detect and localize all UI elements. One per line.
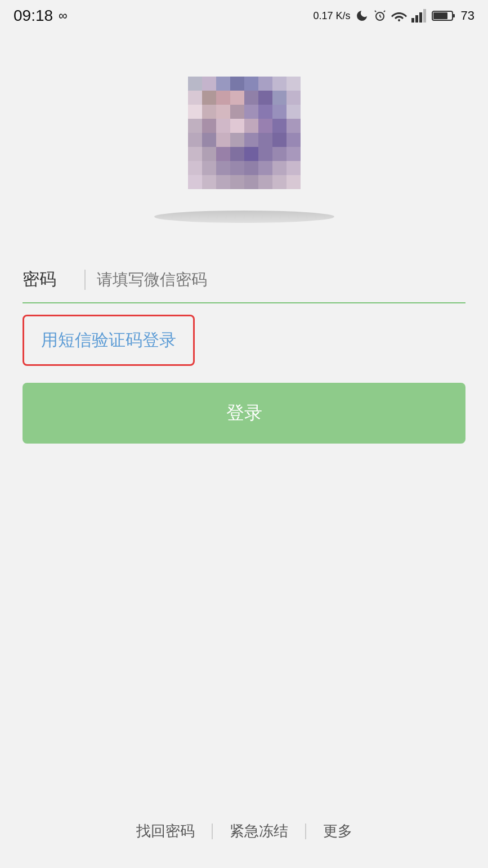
svg-rect-3: [411, 18, 414, 23]
more-link[interactable]: 更多: [306, 821, 369, 841]
svg-rect-47: [258, 133, 272, 147]
recover-password-link[interactable]: 找回密码: [119, 821, 212, 841]
signal-icon: [411, 9, 427, 23]
svg-rect-70: [244, 175, 258, 189]
svg-rect-34: [188, 119, 202, 133]
svg-rect-58: [188, 161, 202, 175]
svg-rect-21: [230, 91, 244, 105]
svg-rect-35: [202, 119, 216, 133]
moon-icon: [355, 9, 369, 23]
svg-rect-24: [272, 91, 286, 105]
svg-rect-42: [188, 133, 202, 147]
svg-rect-18: [188, 91, 202, 105]
avatar-container: [177, 77, 312, 223]
svg-rect-57: [286, 147, 301, 161]
svg-rect-71: [258, 175, 272, 189]
battery-icon: [432, 9, 456, 23]
wifi-icon: [391, 9, 407, 23]
svg-rect-4: [415, 15, 418, 23]
svg-rect-55: [258, 147, 272, 161]
svg-rect-60: [216, 161, 230, 175]
svg-rect-65: [286, 161, 301, 175]
svg-rect-10: [188, 77, 202, 91]
svg-rect-59: [202, 161, 216, 175]
svg-rect-22: [244, 91, 258, 105]
svg-rect-6: [423, 9, 426, 23]
password-label: 密码: [23, 268, 73, 291]
svg-rect-69: [230, 175, 244, 189]
status-right: 0.17 K/s 73: [313, 8, 474, 23]
svg-rect-52: [216, 147, 230, 161]
svg-rect-36: [216, 119, 230, 133]
status-time: 09:18: [14, 7, 53, 25]
svg-rect-64: [272, 161, 286, 175]
svg-rect-11: [202, 77, 216, 91]
svg-rect-38: [244, 119, 258, 133]
network-speed: 0.17 K/s: [313, 10, 350, 22]
svg-rect-53: [230, 147, 244, 161]
svg-rect-48: [272, 133, 286, 147]
svg-rect-51: [202, 147, 216, 161]
svg-rect-72: [272, 175, 286, 189]
svg-rect-29: [230, 105, 244, 119]
svg-rect-9: [433, 12, 447, 19]
status-bar: 09:18 ∞ 0.17 K/s 73: [0, 0, 488, 32]
footer: 找回密码 紧急冻结 更多: [0, 803, 488, 868]
svg-rect-15: [258, 77, 272, 91]
svg-rect-12: [216, 77, 230, 91]
emergency-freeze-link[interactable]: 紧急冻结: [213, 821, 305, 841]
svg-rect-20: [216, 91, 230, 105]
svg-rect-28: [216, 105, 230, 119]
svg-rect-33: [286, 105, 301, 119]
password-divider: [84, 270, 86, 290]
svg-rect-31: [258, 105, 272, 119]
svg-line-2: [380, 16, 381, 17]
svg-rect-32: [272, 105, 286, 119]
svg-rect-73: [286, 175, 301, 189]
avatar-image: [182, 77, 306, 189]
spacer: [0, 444, 488, 803]
password-input[interactable]: [97, 271, 465, 289]
svg-rect-39: [258, 119, 272, 133]
status-left: 09:18 ∞: [14, 7, 68, 25]
svg-rect-23: [258, 91, 272, 105]
svg-rect-41: [286, 119, 301, 133]
svg-rect-66: [188, 175, 202, 189]
svg-rect-40: [272, 119, 286, 133]
svg-rect-13: [230, 77, 244, 91]
svg-rect-67: [202, 175, 216, 189]
svg-rect-25: [286, 91, 301, 105]
svg-rect-62: [244, 161, 258, 175]
svg-rect-30: [244, 105, 258, 119]
svg-rect-45: [230, 133, 244, 147]
sms-login-wrapper: 用短信验证码登录: [23, 315, 465, 366]
svg-rect-46: [244, 133, 258, 147]
svg-rect-8: [453, 14, 455, 17]
svg-rect-14: [244, 77, 258, 91]
svg-rect-27: [202, 105, 216, 119]
login-button[interactable]: 登录: [23, 383, 465, 444]
svg-rect-63: [258, 161, 272, 175]
svg-rect-16: [272, 77, 286, 91]
svg-rect-5: [419, 12, 422, 23]
password-row: 密码: [23, 257, 465, 303]
svg-rect-50: [188, 147, 202, 161]
svg-rect-56: [272, 147, 286, 161]
status-infinity: ∞: [59, 8, 68, 23]
battery-level: 73: [461, 8, 474, 23]
svg-rect-68: [216, 175, 230, 189]
svg-rect-17: [286, 77, 301, 91]
svg-rect-54: [244, 147, 258, 161]
form-area: 密码 用短信验证码登录 登录: [0, 257, 488, 444]
svg-rect-43: [202, 133, 216, 147]
svg-rect-61: [230, 161, 244, 175]
avatar-area: [0, 32, 488, 257]
svg-rect-44: [216, 133, 230, 147]
svg-rect-19: [202, 91, 216, 105]
svg-rect-49: [286, 133, 301, 147]
svg-rect-37: [230, 119, 244, 133]
avatar-shadow: [154, 211, 334, 223]
svg-rect-26: [188, 105, 202, 119]
alarm-icon: [373, 9, 387, 23]
sms-login-button[interactable]: 用短信验证码登录: [23, 315, 195, 366]
